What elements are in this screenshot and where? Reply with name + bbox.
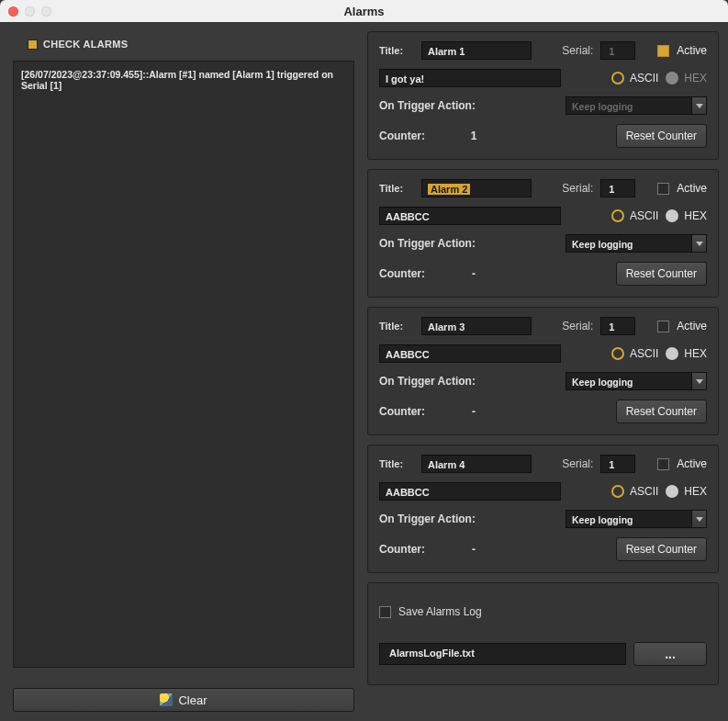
window-title: Alarms <box>0 5 728 18</box>
action-dropdown-button[interactable] <box>692 372 707 390</box>
reset-counter-button[interactable]: Reset Counter <box>616 400 707 423</box>
hex-label: HEX <box>684 485 707 498</box>
chevron-down-icon <box>696 242 703 246</box>
hex-radio[interactable] <box>666 72 678 84</box>
pattern-input[interactable]: AABBCC <box>379 207 561 225</box>
counter-value: - <box>432 267 515 280</box>
check-alarms-header: CHECK ALARMS <box>13 35 354 57</box>
hex-label: HEX <box>684 72 707 84</box>
ascii-label: ASCII <box>630 209 658 222</box>
counter-value: - <box>432 405 515 418</box>
active-label: Active <box>677 457 707 470</box>
hex-radio[interactable] <box>666 485 678 498</box>
ascii-radio[interactable] <box>611 209 624 222</box>
alarm-log[interactable]: [26/07/2023@23:37:09.455]::Alarm [#1] na… <box>13 61 354 668</box>
counter-value: 1 <box>432 130 515 142</box>
active-checkbox[interactable] <box>657 321 669 332</box>
log-file-input[interactable]: AlarmsLogFile.txt <box>379 643 626 665</box>
serial-label: Serial: <box>562 457 593 470</box>
on-trigger-label: On Trigger Action: <box>379 237 476 250</box>
on-trigger-label: On Trigger Action: <box>379 513 476 525</box>
action-select[interactable]: Keep logging <box>566 234 692 253</box>
serial-input[interactable]: 1 <box>600 455 635 473</box>
brush-icon <box>160 693 173 706</box>
title-label: Title: <box>379 45 414 56</box>
check-alarms-label: CHECK ALARMS <box>43 39 128 50</box>
reset-counter-button[interactable]: Reset Counter <box>616 537 707 561</box>
browse-button[interactable]: ... <box>633 642 707 666</box>
on-trigger-label: On Trigger Action: <box>379 99 476 112</box>
hex-label: HEX <box>684 347 707 360</box>
title-input[interactable]: Alarm 3 <box>421 317 532 335</box>
serial-input[interactable]: 1 <box>600 179 635 197</box>
counter-label: Counter: <box>379 405 425 418</box>
active-checkbox[interactable] <box>657 458 669 470</box>
alarm-card-3: Title: Alarm 3 Serial: 1 Active AABBCC A… <box>367 307 719 435</box>
pattern-input[interactable]: AABBCC <box>379 344 561 363</box>
counter-value: - <box>432 543 515 556</box>
pattern-input[interactable]: AABBCC <box>379 482 561 501</box>
hex-radio[interactable] <box>666 347 678 360</box>
titlebar: Alarms <box>0 0 728 22</box>
serial-input[interactable]: 1 <box>600 41 635 60</box>
alarm-card-4: Title: Alarm 4 Serial: 1 Active AABBCC A… <box>367 445 719 573</box>
title-label: Title: <box>379 321 414 332</box>
ascii-label: ASCII <box>630 485 658 498</box>
ascii-label: ASCII <box>630 347 658 360</box>
active-label: Active <box>677 182 707 195</box>
action-dropdown-button[interactable] <box>692 510 707 528</box>
reset-counter-button[interactable]: Reset Counter <box>616 262 707 286</box>
active-label: Active <box>677 44 707 57</box>
ascii-radio[interactable] <box>611 72 624 84</box>
serial-input[interactable]: 1 <box>600 317 635 335</box>
chevron-down-icon <box>696 517 703 522</box>
active-label: Active <box>677 320 707 332</box>
action-dropdown-button[interactable] <box>692 234 707 253</box>
title-input[interactable]: Alarm 1 <box>421 41 532 60</box>
active-checkbox[interactable] <box>657 183 669 195</box>
square-icon <box>28 39 38 50</box>
hex-radio[interactable] <box>666 209 678 222</box>
action-select[interactable]: Keep logging <box>566 372 692 390</box>
ascii-label: ASCII <box>630 72 658 84</box>
serial-label: Serial: <box>562 320 593 332</box>
serial-label: Serial: <box>562 44 593 57</box>
save-log-card: Save Alarms Log AlarmsLogFile.txt ... <box>367 582 719 685</box>
chevron-down-icon <box>696 104 703 108</box>
save-log-checkbox[interactable] <box>379 606 391 618</box>
reset-counter-button[interactable]: Reset Counter <box>616 124 707 148</box>
counter-label: Counter: <box>379 543 425 556</box>
title-label: Title: <box>379 458 414 469</box>
title-input[interactable]: Alarm 4 <box>421 455 532 473</box>
pattern-input[interactable]: I got ya! <box>379 69 561 87</box>
save-log-label: Save Alarms Log <box>398 605 482 618</box>
on-trigger-label: On Trigger Action: <box>379 375 476 388</box>
hex-label: HEX <box>684 209 707 222</box>
serial-label: Serial: <box>562 182 593 195</box>
action-select[interactable]: Keep logging <box>566 510 692 528</box>
title-label: Title: <box>379 183 414 194</box>
clear-label: Clear <box>178 693 207 707</box>
active-checkbox[interactable] <box>657 45 669 57</box>
ascii-radio[interactable] <box>611 347 624 360</box>
title-input[interactable]: Alarm 2 <box>421 179 532 197</box>
action-dropdown-button[interactable] <box>692 96 707 115</box>
chevron-down-icon <box>696 379 703 384</box>
action-select[interactable]: Keep logging <box>566 96 692 115</box>
counter-label: Counter: <box>379 130 425 142</box>
alarm-card-2: Title: Alarm 2 Serial: 1 Active AABBCC A… <box>367 169 719 298</box>
alarm-card-1: Title: Alarm 1 Serial: 1 Active I got ya… <box>367 31 719 160</box>
ascii-radio[interactable] <box>611 485 624 498</box>
clear-button[interactable]: Clear <box>13 688 354 712</box>
counter-label: Counter: <box>379 267 425 280</box>
